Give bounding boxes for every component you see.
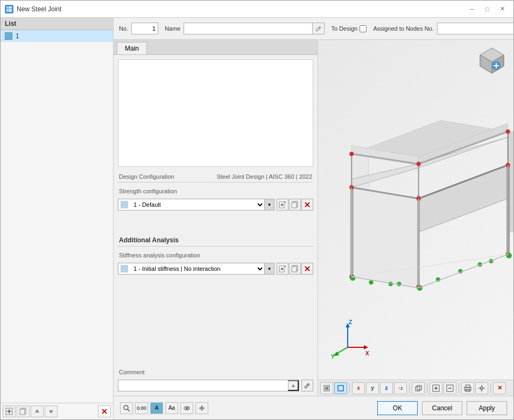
stiffness-clear-button[interactable] xyxy=(301,263,313,275)
no-label: No. xyxy=(119,25,128,32)
svg-marker-98 xyxy=(364,345,368,349)
strength-select[interactable]: 1 - Default xyxy=(130,201,264,208)
name-edit-button[interactable] xyxy=(313,23,325,34)
design-config-title: Design Configuration xyxy=(119,173,174,180)
strength-config-section: Strength configuration 1 - Default ▼ xyxy=(118,186,313,211)
status-aa-button[interactable]: Aa xyxy=(165,402,178,414)
list-add-button[interactable] xyxy=(3,405,16,417)
right-panel: No. Name To Design xyxy=(114,18,513,419)
status-settings-button[interactable] xyxy=(195,402,208,414)
status-eye-button[interactable] xyxy=(180,402,193,414)
stiffness-config-row: 1 - Initial stiffness | No interaction ▼ xyxy=(118,263,313,275)
maximize-button[interactable]: □ xyxy=(480,3,494,15)
view-3d: Z Y X xyxy=(318,40,513,396)
to-design-checkbox[interactable] xyxy=(360,25,367,32)
strength-clear-button[interactable] xyxy=(301,199,313,211)
info-bar: No. Name To Design xyxy=(114,18,513,40)
assigned-input[interactable] xyxy=(437,23,513,34)
minimize-button[interactable]: ─ xyxy=(465,3,479,15)
view-x-axis-button[interactable]: x xyxy=(352,382,365,394)
strength-dropdown-arrow-icon[interactable]: ▼ xyxy=(264,199,274,210)
list-delete-button[interactable] xyxy=(98,405,111,417)
view-close-button[interactable]: ✕ xyxy=(493,382,506,394)
design-config-section: Design Configuration Steel Joint Design … xyxy=(118,171,313,211)
stiffness-dropdown-arrow-icon[interactable]: ▼ xyxy=(264,263,274,274)
view-render-button[interactable] xyxy=(320,382,333,394)
svg-marker-9 xyxy=(49,410,53,414)
to-design-field: To Design xyxy=(331,25,367,32)
form-spacer xyxy=(118,279,313,360)
svg-marker-8 xyxy=(35,409,39,412)
stiffness-new-button[interactable] xyxy=(277,263,288,275)
view-cube-widget[interactable] xyxy=(476,45,508,78)
list-move-down-button[interactable] xyxy=(45,405,58,417)
svg-point-113 xyxy=(481,387,483,389)
assigned-label: Assigned to Nodes No. xyxy=(373,25,434,32)
view-separator-4 xyxy=(459,383,459,393)
tab-main[interactable]: Main xyxy=(117,42,147,54)
svg-line-115 xyxy=(128,409,130,411)
list-header: List xyxy=(1,18,113,30)
comment-label: Comment xyxy=(118,367,313,377)
list-item[interactable]: 1 xyxy=(1,30,113,42)
name-input-wrapper xyxy=(184,23,325,34)
strength-new-button[interactable] xyxy=(277,199,288,211)
comment-input-wrapper xyxy=(118,380,299,391)
app-icon xyxy=(5,5,13,13)
main-content: List 1 xyxy=(1,18,513,419)
stiffness-copy-button[interactable] xyxy=(289,263,301,275)
strength-config-row: 1 - Default ▼ xyxy=(118,199,313,211)
dialog-footer: 0.00 A Aa OK Cancel Apply xyxy=(114,396,513,419)
stiffness-select[interactable]: 1 - Initial stiffness | No interaction xyxy=(130,265,264,272)
svg-marker-40 xyxy=(419,165,508,232)
view-print-button[interactable] xyxy=(461,382,474,394)
view-z2-axis-button[interactable]: ↑z xyxy=(394,382,407,394)
view-y-axis-button[interactable]: y xyxy=(366,382,379,394)
comment-input[interactable] xyxy=(118,382,288,389)
design-config-header: Design Configuration Steel Joint Design … xyxy=(118,171,313,183)
comment-input-btn[interactable] xyxy=(288,380,299,391)
view-wireframe-button[interactable] xyxy=(334,382,347,394)
list-panel: List 1 xyxy=(1,18,114,419)
svg-rect-7 xyxy=(20,409,25,415)
list-indicator xyxy=(5,32,12,40)
view-settings-button[interactable] xyxy=(475,382,488,394)
list-copy-button[interactable] xyxy=(17,405,30,417)
view-separator-3 xyxy=(427,383,427,393)
status-search-button[interactable] xyxy=(120,402,133,414)
view-box-button[interactable] xyxy=(412,382,425,394)
svg-point-57 xyxy=(417,162,421,166)
comment-row xyxy=(118,380,313,391)
svg-rect-104 xyxy=(417,386,421,390)
svg-rect-29 xyxy=(292,267,297,272)
view-z-axis-button[interactable]: z xyxy=(380,382,393,394)
cancel-button[interactable]: Cancel xyxy=(422,401,462,415)
view-zoom-out-button[interactable] xyxy=(443,382,456,394)
svg-text:Z: Z xyxy=(349,319,352,325)
svg-rect-0 xyxy=(6,6,12,12)
svg-point-117 xyxy=(186,407,188,409)
svg-rect-15 xyxy=(119,60,311,166)
apply-button[interactable]: Apply xyxy=(467,401,507,415)
name-field: Name xyxy=(165,23,325,34)
view-zoom-fit-button[interactable] xyxy=(429,382,442,394)
comment-edit-button[interactable] xyxy=(301,380,313,391)
close-button[interactable]: ✕ xyxy=(495,3,509,15)
stiffness-config-buttons xyxy=(277,263,313,275)
svg-text:X: X xyxy=(365,351,369,356)
view-toolbar: x y z ↑z xyxy=(318,380,513,396)
status-zero-button[interactable]: 0.00 xyxy=(135,402,148,414)
ok-button[interactable]: OK xyxy=(377,401,418,415)
list-move-up-button[interactable] xyxy=(31,405,44,417)
svg-point-64 xyxy=(369,280,373,284)
name-input[interactable] xyxy=(184,23,313,34)
design-config-value: Steel Joint Design | AISC 360 | 2022 xyxy=(216,173,312,180)
preview-area xyxy=(118,59,313,167)
stiffness-select-color xyxy=(121,265,128,272)
no-input[interactable] xyxy=(131,23,158,34)
status-a-button[interactable]: A xyxy=(150,402,163,414)
svg-rect-101 xyxy=(325,387,328,390)
stiffness-select-wrapper: 1 - Initial stiffness | No interaction ▼ xyxy=(118,263,274,275)
additional-analysis-section: Additional Analysis Stiffness analysis c… xyxy=(118,234,313,275)
strength-copy-button[interactable] xyxy=(289,199,301,211)
